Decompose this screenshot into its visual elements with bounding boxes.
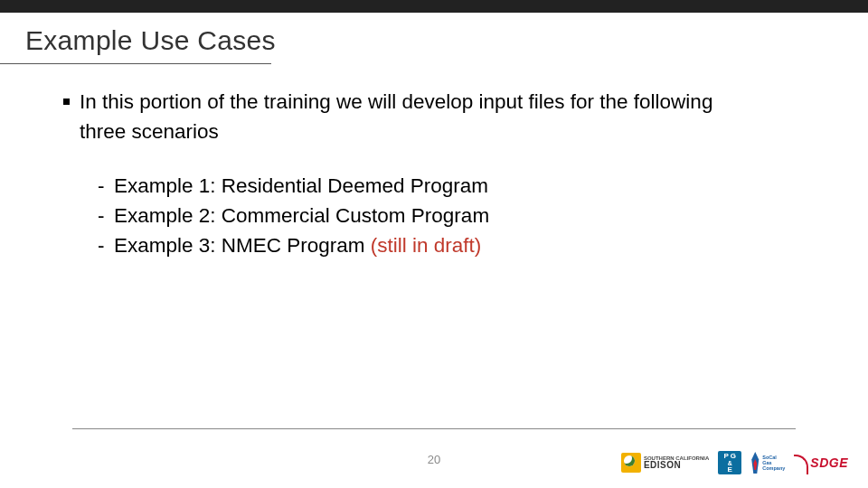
list-item: Example 2: Commercial Custom Program — [98, 202, 805, 229]
slide: Example Use Cases In this portion of the… — [0, 0, 868, 488]
sdge-logo: SDGE — [794, 450, 848, 475]
example-text: Example 1: Residential Deemed Program — [114, 174, 488, 197]
pge-l2: E — [728, 466, 732, 474]
title-underline — [0, 63, 271, 64]
draft-note: (still in draft) — [371, 234, 482, 257]
intro-text-line2: three scenarios — [63, 118, 805, 145]
pge-logo: P G & E — [718, 451, 741, 474]
scg-text: SoCal Gas Company — [762, 455, 785, 471]
pge-l1: P G — [723, 453, 736, 460]
sdge-text: SDGE — [810, 455, 848, 470]
slide-content: In this portion of the training we will … — [63, 89, 805, 262]
intro-bullet: In this portion of the training we will … — [63, 89, 805, 115]
sce-logo: SOUTHERN CALIFORNIA EDISON — [621, 450, 709, 475]
scg-l3: Company — [762, 465, 785, 471]
example-text: Example 2: Commercial Custom Program — [114, 204, 489, 227]
list-item: Example 3: NMEC Program (still in draft) — [98, 232, 805, 258]
sce-main: EDISON — [644, 461, 709, 470]
slide-title: Example Use Cases — [25, 25, 276, 56]
footer-rule — [72, 428, 796, 429]
sce-logo-text: SOUTHERN CALIFORNIA EDISON — [644, 455, 709, 470]
sun-icon — [621, 453, 641, 473]
footer-logos: SOUTHERN CALIFORNIA EDISON P G & E SoCal… — [621, 450, 848, 475]
examples-list: Example 1: Residential Deemed Program Ex… — [63, 173, 805, 259]
list-item: Example 1: Residential Deemed Program — [98, 173, 805, 199]
arc-icon — [794, 455, 808, 474]
intro-text-line1: In this portion of the training we will … — [80, 90, 712, 113]
flame-icon — [750, 452, 760, 474]
example-text: Example 3: NMEC Program — [114, 234, 371, 257]
socalgas-logo: SoCal Gas Company — [750, 450, 785, 475]
top-bar — [0, 0, 868, 13]
